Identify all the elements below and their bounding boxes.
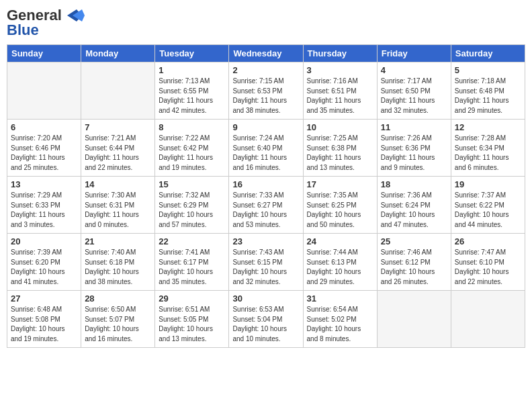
calendar-table: SundayMondayTuesdayWednesdayThursdayFrid… (7, 44, 525, 348)
day-header-thursday: Thursday (303, 45, 377, 62)
calendar-cell: 16Sunrise: 7:33 AM Sunset: 6:27 PM Dayli… (229, 177, 303, 234)
calendar-cell: 27Sunrise: 6:48 AM Sunset: 5:08 PM Dayli… (7, 291, 81, 348)
day-number: 26 (455, 236, 521, 246)
day-number: 4 (381, 65, 447, 75)
day-info: Sunrise: 7:37 AM Sunset: 6:22 PM Dayligh… (455, 191, 521, 230)
day-info: Sunrise: 7:33 AM Sunset: 6:27 PM Dayligh… (232, 191, 299, 230)
calendar-cell: 24Sunrise: 7:44 AM Sunset: 6:13 PM Dayli… (303, 234, 377, 291)
day-info: Sunrise: 6:50 AM Sunset: 5:07 PM Dayligh… (85, 305, 151, 344)
calendar-cell: 21Sunrise: 7:40 AM Sunset: 6:18 PM Dayli… (81, 234, 155, 291)
day-info: Sunrise: 7:47 AM Sunset: 6:10 PM Dayligh… (455, 248, 521, 287)
day-info: Sunrise: 7:18 AM Sunset: 6:48 PM Dayligh… (455, 77, 521, 116)
week-row-1: 1Sunrise: 7:13 AM Sunset: 6:55 PM Daylig… (7, 62, 525, 120)
day-number: 10 (307, 122, 373, 132)
day-number: 15 (159, 179, 225, 189)
calendar-cell: 19Sunrise: 7:37 AM Sunset: 6:22 PM Dayli… (451, 177, 525, 234)
logo: General Blue (7, 7, 85, 39)
calendar-cell: 29Sunrise: 6:51 AM Sunset: 5:05 PM Dayli… (155, 291, 229, 348)
day-info: Sunrise: 7:21 AM Sunset: 6:44 PM Dayligh… (85, 134, 151, 173)
day-number: 9 (232, 122, 299, 132)
day-number: 28 (85, 293, 151, 304)
day-info: Sunrise: 7:29 AM Sunset: 6:33 PM Dayligh… (11, 191, 77, 230)
calendar-cell (377, 291, 451, 348)
day-number: 23 (232, 236, 299, 246)
day-number: 6 (11, 122, 77, 132)
day-number: 8 (159, 122, 225, 132)
calendar-cell: 4Sunrise: 7:17 AM Sunset: 6:50 PM Daylig… (377, 62, 451, 120)
calendar-cell: 28Sunrise: 6:50 AM Sunset: 5:07 PM Dayli… (81, 291, 155, 348)
calendar-cell: 15Sunrise: 7:32 AM Sunset: 6:29 PM Dayli… (155, 177, 229, 234)
day-info: Sunrise: 7:24 AM Sunset: 6:40 PM Dayligh… (232, 134, 299, 173)
calendar-cell: 9Sunrise: 7:24 AM Sunset: 6:40 PM Daylig… (229, 120, 303, 177)
day-number: 19 (455, 179, 521, 189)
day-number: 1 (159, 65, 225, 75)
week-row-5: 27Sunrise: 6:48 AM Sunset: 5:08 PM Dayli… (7, 291, 525, 348)
calendar-cell: 30Sunrise: 6:53 AM Sunset: 5:04 PM Dayli… (229, 291, 303, 348)
calendar-cell: 12Sunrise: 7:28 AM Sunset: 6:34 PM Dayli… (451, 120, 525, 177)
week-row-3: 13Sunrise: 7:29 AM Sunset: 6:33 PM Dayli… (7, 177, 525, 234)
day-number: 17 (307, 179, 373, 189)
calendar-cell: 26Sunrise: 7:47 AM Sunset: 6:10 PM Dayli… (451, 234, 525, 291)
day-info: Sunrise: 7:13 AM Sunset: 6:55 PM Dayligh… (159, 77, 225, 116)
day-info: Sunrise: 7:39 AM Sunset: 6:20 PM Dayligh… (11, 248, 77, 287)
calendar-cell: 1Sunrise: 7:13 AM Sunset: 6:55 PM Daylig… (155, 62, 229, 120)
day-header-wednesday: Wednesday (229, 45, 303, 62)
day-number: 2 (232, 65, 299, 75)
day-info: Sunrise: 7:35 AM Sunset: 6:25 PM Dayligh… (307, 191, 373, 230)
calendar-cell: 22Sunrise: 7:41 AM Sunset: 6:17 PM Dayli… (155, 234, 229, 291)
day-number: 21 (85, 236, 151, 246)
calendar-cell: 8Sunrise: 7:22 AM Sunset: 6:42 PM Daylig… (155, 120, 229, 177)
day-info: Sunrise: 7:17 AM Sunset: 6:50 PM Dayligh… (381, 77, 447, 116)
day-number: 14 (85, 179, 151, 189)
day-number: 24 (307, 236, 373, 246)
day-info: Sunrise: 7:20 AM Sunset: 6:46 PM Dayligh… (11, 134, 77, 173)
day-info: Sunrise: 7:40 AM Sunset: 6:18 PM Dayligh… (85, 248, 151, 287)
day-number: 29 (159, 293, 225, 304)
calendar-cell: 2Sunrise: 7:15 AM Sunset: 6:53 PM Daylig… (229, 62, 303, 120)
day-number: 30 (232, 293, 299, 304)
day-number: 3 (307, 65, 373, 75)
calendar-cell: 17Sunrise: 7:35 AM Sunset: 6:25 PM Dayli… (303, 177, 377, 234)
day-info: Sunrise: 7:46 AM Sunset: 6:12 PM Dayligh… (381, 248, 447, 287)
day-number: 12 (455, 122, 521, 132)
day-number: 27 (11, 293, 77, 304)
day-info: Sunrise: 7:16 AM Sunset: 6:51 PM Dayligh… (307, 77, 373, 116)
day-info: Sunrise: 7:41 AM Sunset: 6:17 PM Dayligh… (159, 248, 225, 287)
day-info: Sunrise: 6:54 AM Sunset: 5:02 PM Dayligh… (307, 305, 373, 344)
day-number: 5 (455, 65, 521, 75)
day-header-friday: Friday (377, 45, 451, 62)
logo-bird-icon (63, 8, 85, 23)
calendar-cell: 23Sunrise: 7:43 AM Sunset: 6:15 PM Dayli… (229, 234, 303, 291)
calendar-cell (81, 62, 155, 120)
day-number: 31 (307, 293, 373, 304)
calendar-cell: 11Sunrise: 7:26 AM Sunset: 6:36 PM Dayli… (377, 120, 451, 177)
calendar-cell: 31Sunrise: 6:54 AM Sunset: 5:02 PM Dayli… (303, 291, 377, 348)
day-number: 16 (232, 179, 299, 189)
day-number: 25 (381, 236, 447, 246)
day-header-sunday: Sunday (7, 45, 81, 62)
calendar-cell (451, 291, 525, 348)
day-number: 13 (11, 179, 77, 189)
day-info: Sunrise: 7:36 AM Sunset: 6:24 PM Dayligh… (381, 191, 447, 230)
day-info: Sunrise: 6:51 AM Sunset: 5:05 PM Dayligh… (159, 305, 225, 344)
calendar-cell (7, 62, 81, 120)
calendar-cell: 3Sunrise: 7:16 AM Sunset: 6:51 PM Daylig… (303, 62, 377, 120)
calendar-cell: 5Sunrise: 7:18 AM Sunset: 6:48 PM Daylig… (451, 62, 525, 120)
day-info: Sunrise: 7:15 AM Sunset: 6:53 PM Dayligh… (232, 77, 299, 116)
day-info: Sunrise: 6:53 AM Sunset: 5:04 PM Dayligh… (232, 305, 299, 344)
day-number: 7 (85, 122, 151, 132)
day-header-tuesday: Tuesday (155, 45, 229, 62)
day-info: Sunrise: 7:28 AM Sunset: 6:34 PM Dayligh… (455, 134, 521, 173)
day-info: Sunrise: 6:48 AM Sunset: 5:08 PM Dayligh… (11, 305, 77, 344)
page-header: General Blue (7, 7, 525, 39)
calendar-cell: 20Sunrise: 7:39 AM Sunset: 6:20 PM Dayli… (7, 234, 81, 291)
day-number: 22 (159, 236, 225, 246)
day-info: Sunrise: 7:43 AM Sunset: 6:15 PM Dayligh… (232, 248, 299, 287)
day-number: 20 (11, 236, 77, 246)
calendar-cell: 25Sunrise: 7:46 AM Sunset: 6:12 PM Dayli… (377, 234, 451, 291)
day-header-monday: Monday (81, 45, 155, 62)
calendar-cell: 14Sunrise: 7:30 AM Sunset: 6:31 PM Dayli… (81, 177, 155, 234)
calendar-cell: 7Sunrise: 7:21 AM Sunset: 6:44 PM Daylig… (81, 120, 155, 177)
week-row-4: 20Sunrise: 7:39 AM Sunset: 6:20 PM Dayli… (7, 234, 525, 291)
day-info: Sunrise: 7:25 AM Sunset: 6:38 PM Dayligh… (307, 134, 373, 173)
